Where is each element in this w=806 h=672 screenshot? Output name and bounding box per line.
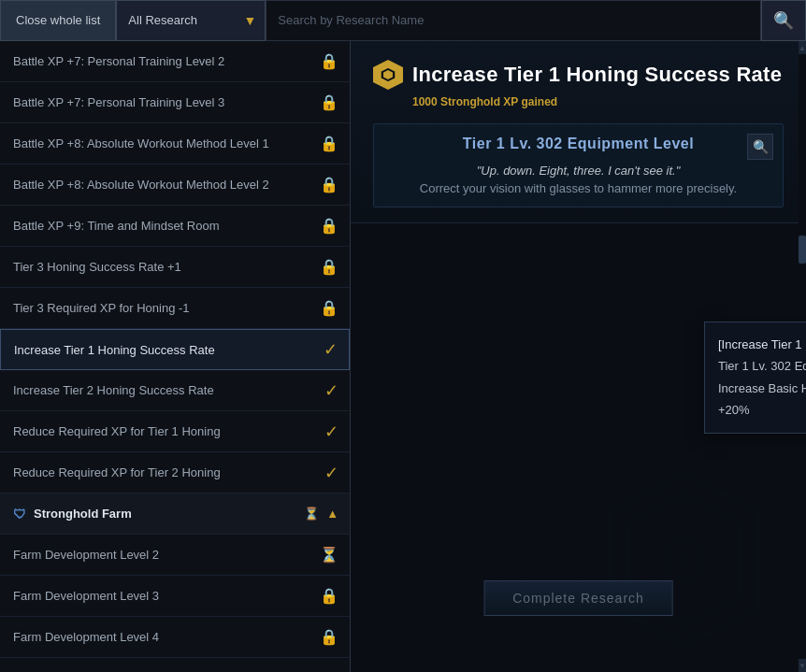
xp-amount: 1000 [412,95,438,108]
lock-icon: 🔒 [320,176,338,193]
shield-icon: 🛡 [13,507,26,522]
detail-title-row: Increase Tier 1 Honing Success Rate [373,60,784,90]
lock-icon: 🔒 [320,93,338,111]
magnify-button[interactable]: 🔍 [747,134,773,160]
list-item-label: Tier 3 Required XP for Honing -1 [13,301,312,315]
tooltip-line1: [Increase Tier 1 Honing Success Rate] [718,334,806,355]
lock-icon: 🔒 [320,135,338,152]
flavor-text-line1: "Up. down. Eight, three. I can't see it.… [477,164,681,178]
list-item[interactable]: Battle XP +7: Personal Training Level 2 … [0,41,350,82]
list-item-active[interactable]: Increase Tier 1 Honing Success Rate ✓ [0,329,350,370]
list-item-label: Tier 3 Honing Success Rate +1 [13,260,312,274]
check-icon: ✓ [324,380,338,401]
list-item-label: Battle XP +8: Absolute Workout Method Le… [13,136,312,150]
research-list: Battle XP +7: Personal Training Level 2 … [0,41,350,672]
list-item[interactable]: Farm Development Level 3 🔒 [0,576,350,617]
list-item[interactable]: Battle XP +8: Absolute Workout Method Le… [0,123,350,164]
right-panel: Increase Tier 1 Honing Success Rate 1000… [351,41,806,672]
close-whole-list-button[interactable]: Close whole list [0,0,116,41]
check-icon: ✓ [324,339,338,360]
scrollbar-thumb[interactable] [799,236,806,264]
research-icon [373,60,403,90]
search-icon: 🔍 [773,10,794,31]
list-item-label: Farm Development Level 4 [13,630,312,644]
scrollbar-up-arrow[interactable]: ▲ [799,41,806,54]
list-item[interactable]: Battle XP +8: Absolute Workout Method Le… [0,164,350,206]
lock-icon: 🔒 [320,587,338,605]
magnify-icon: 🔍 [753,139,769,154]
background-crest [591,466,778,653]
list-item-label: Farm Development Level 2 [13,548,312,562]
list-item[interactable]: Reduce Required XP for Tier 1 Honing ✓ [0,411,350,452]
check-icon: ✓ [324,463,338,483]
complete-research-button[interactable]: Complete Research [483,580,673,616]
section-header-label: Stronghold Farm [34,507,132,521]
equipment-title: Tier 1 Lv. 302 Equipment Level [463,136,694,152]
left-panel: Battle XP +7: Personal Training Level 2 … [0,41,351,672]
lock-icon: 🔒 [320,52,338,70]
research-filter-dropdown-wrapper: All Research ▼ [116,0,266,41]
list-item[interactable]: Tier 3 Honing Success Rate +1 🔒 [0,247,350,288]
check-icon: ✓ [324,422,338,442]
list-item[interactable]: Tier 3 Required XP for Honing -1 🔒 [0,288,350,329]
section-header-icons: ⏳ ▲ [304,507,338,521]
tooltip: [Increase Tier 1 Honing Success Rate] Ti… [704,322,806,434]
main-content: Battle XP +7: Personal Training Level 2 … [0,41,806,672]
svg-marker-2 [610,476,759,644]
search-wrapper: 🔍 [266,0,806,41]
list-item[interactable]: Reduce Required XP for Tier 2 Honing ✓ [0,452,350,493]
tooltip-line3: Increase Basic Honing Success Rate +20% [718,378,806,422]
list-item[interactable]: Increase Tier 2 Honing Success Rate ✓ [0,370,350,411]
hourglass-icon: ⏳ [320,546,338,564]
detail-card: Increase Tier 1 Honing Success Rate 1000… [351,41,806,223]
list-item-label: Increase Tier 2 Honing Success Rate [13,383,317,397]
list-item[interactable]: Battle XP +7: Personal Training Level 3 … [0,82,350,123]
research-filter-dropdown[interactable]: All Research [116,0,266,41]
list-item-label: Farm Development Level 3 [13,589,312,603]
flavor-text-line2: Correct your vision with glasses to hamm… [420,181,737,195]
list-item[interactable]: Farm Development Level 2 ⏳ [0,535,350,576]
search-input[interactable] [266,0,761,41]
tooltip-line2: Tier 1 Lv. 302 Equipment Level 1-15 [718,355,806,377]
lock-icon: 🔒 [320,628,338,646]
lock-icon: 🔒 [320,217,338,235]
complete-research-area: Complete Research [483,580,673,616]
xp-gained: 1000 Stronghold XP gained [412,95,784,108]
lock-icon: 🔒 [320,258,338,276]
list-item[interactable]: Battle XP +9: Time and Mindset Room 🔒 [0,206,350,247]
list-item-label: Reduce Required XP for Tier 1 Honing [13,424,317,438]
hourglass-icon: ⏳ [304,507,319,521]
list-item-label: Battle XP +8: Absolute Workout Method Le… [13,178,312,192]
list-item-label: Battle XP +7: Personal Training Level 2 [13,54,312,68]
equipment-box: Tier 1 Lv. 302 Equipment Level 🔍 "Up. do… [373,123,784,207]
search-button[interactable]: 🔍 [761,0,806,41]
top-bar: Close whole list All Research ▼ 🔍 [0,0,806,41]
list-item-label: Increase Tier 1 Honing Success Rate [14,343,316,357]
section-header-stronghold-farm[interactable]: 🛡 Stronghold Farm ⏳ ▲ [0,493,350,535]
list-item-label: Battle XP +7: Personal Training Level 3 [13,95,312,109]
list-item-label: Reduce Required XP for Tier 2 Honing [13,465,317,479]
lock-icon: 🔒 [320,299,338,317]
chevron-up-icon: ▲ [326,507,338,521]
detail-title: Increase Tier 1 Honing Success Rate [412,63,782,87]
list-item-label: Battle XP +9: Time and Mindset Room [13,219,312,233]
scrollbar-down-arrow[interactable]: ▼ [799,659,806,672]
svg-point-7 [666,541,703,579]
list-item[interactable]: Farm Development Level 4 🔒 [0,617,350,658]
